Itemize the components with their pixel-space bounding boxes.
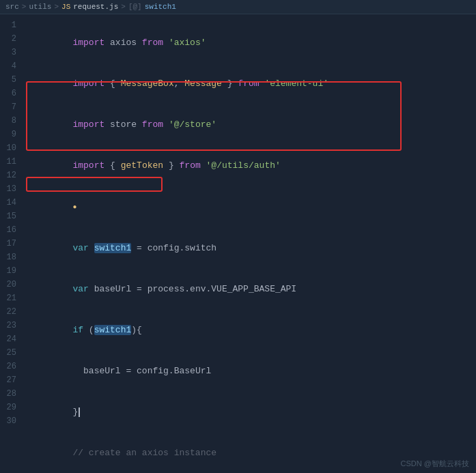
breadcrumb-func: switch1: [145, 3, 176, 11]
code-line-10: }: [30, 392, 471, 433]
breadcrumb-js: JS: [61, 3, 70, 11]
breadcrumb-at: [@]: [128, 3, 142, 11]
code-line-6: var switch1 = config.switch: [30, 228, 471, 269]
code-line-7: var baseUrl = process.env.VUE_APP_BASE_A…: [30, 269, 471, 310]
breadcrumb-sep2: >: [54, 3, 59, 11]
breadcrumb-src: src: [5, 3, 19, 11]
breadcrumb-sep3: >: [121, 3, 126, 11]
breadcrumb-utils: utils: [29, 3, 51, 11]
code-line-4: import { getToken } from '@/utils/auth': [30, 145, 471, 186]
breadcrumb-sep1: >: [22, 3, 27, 11]
breadcrumb-file: request.js: [73, 3, 118, 11]
code-line-5: ●: [30, 186, 471, 228]
breadcrumb: src > utils > JS request.js > [@] switch…: [0, 0, 476, 14]
code-line-1: import axios from 'axios': [30, 23, 471, 63]
watermark: CSDN @智航云科技: [401, 459, 469, 469]
line-numbers: 1 2 3 4 5 6 7 8 9 10 11 12 13 14 15 16 1…: [0, 14, 25, 468]
code-lines: import axios from 'axios' import { Messa…: [25, 18, 476, 468]
code-line-9: baseUrl = config.BaseUrl: [30, 351, 471, 392]
code-container: 1 2 3 4 5 6 7 8 9 10 11 12 13 14 15 16 1…: [0, 14, 476, 468]
code-line-3: import store from '@/store': [30, 104, 471, 145]
code-line-8: if (switch1){: [30, 310, 471, 351]
code-line-2: import { MessageBox, Message } from 'ele…: [30, 63, 471, 104]
